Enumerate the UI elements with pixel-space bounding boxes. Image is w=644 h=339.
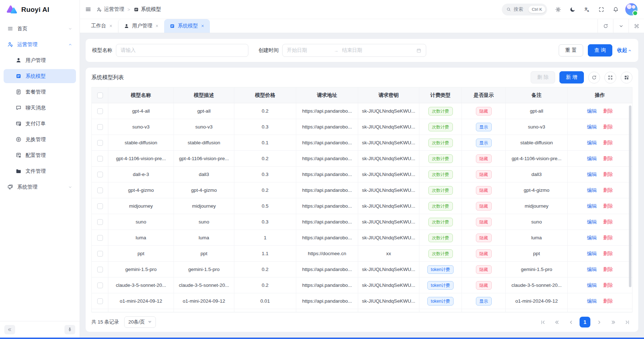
row-checkbox[interactable] bbox=[97, 219, 103, 225]
sidebar-item-operations[interactable]: 运营管理 bbox=[4, 37, 76, 51]
delete-link[interactable]: 删除 bbox=[603, 140, 613, 146]
row-checkbox[interactable] bbox=[97, 267, 103, 272]
first-page-button[interactable] bbox=[537, 317, 548, 327]
edit-link[interactable]: 编辑 bbox=[587, 250, 597, 257]
delete-link[interactable]: 删除 bbox=[603, 219, 613, 225]
forward-5-pages-button[interactable] bbox=[608, 317, 618, 327]
row-checkbox[interactable] bbox=[97, 282, 103, 288]
row-checkbox[interactable] bbox=[97, 172, 103, 177]
delete-link[interactable]: 删除 bbox=[603, 124, 613, 130]
reset-button[interactable]: 重 置 bbox=[559, 44, 583, 56]
delete-link[interactable]: 删除 bbox=[603, 250, 613, 257]
row-checkbox[interactable] bbox=[97, 187, 103, 193]
header-checkbox[interactable] bbox=[97, 92, 103, 98]
row-checkbox[interactable] bbox=[97, 156, 103, 162]
sidebar-collapse-button[interactable] bbox=[4, 325, 15, 334]
edit-link[interactable]: 编辑 bbox=[587, 235, 597, 241]
edit-link[interactable]: 编辑 bbox=[587, 108, 597, 114]
page-number-button[interactable]: 1 bbox=[580, 317, 590, 327]
settings-button[interactable] bbox=[555, 6, 561, 13]
cell-actions: 编辑删除 bbox=[568, 119, 632, 135]
sidebar-item-home[interactable]: 首页 bbox=[4, 22, 76, 36]
refresh-button[interactable] bbox=[588, 72, 600, 83]
model-name-input[interactable]: 请输入 bbox=[116, 44, 248, 57]
create-time-range-input[interactable]: 开始日期 → 结束日期 bbox=[282, 44, 426, 57]
edit-link[interactable]: 编辑 bbox=[587, 155, 597, 162]
sidebar-item-file-management[interactable]: 文件管理 bbox=[4, 164, 76, 178]
row-checkbox[interactable] bbox=[97, 235, 103, 241]
add-button[interactable]: 新 增 bbox=[559, 71, 584, 83]
delete-link[interactable]: 删除 bbox=[603, 235, 613, 241]
row-checkbox[interactable] bbox=[97, 251, 103, 257]
query-button[interactable]: 查 询 bbox=[588, 44, 612, 56]
fullscreen-button[interactable] bbox=[598, 6, 604, 13]
sidebar-item-config-management[interactable]: 配置管理 bbox=[4, 148, 76, 162]
edit-link[interactable]: 编辑 bbox=[587, 171, 597, 178]
delete-link[interactable]: 删除 bbox=[603, 108, 613, 114]
sidebar-item-exchange-management[interactable]: 兑换管理 bbox=[4, 132, 76, 146]
chevron-down-button[interactable] bbox=[613, 19, 629, 33]
breadcrumb-item-system-model[interactable]: 系统模型 bbox=[134, 6, 161, 13]
delete-link[interactable]: 删除 bbox=[603, 187, 613, 194]
edit-link[interactable]: 编辑 bbox=[587, 203, 597, 209]
sidebar-item-package-management[interactable]: 套餐管理 bbox=[4, 85, 76, 99]
config-icon bbox=[15, 152, 22, 158]
tab-label: 工作台 bbox=[91, 23, 106, 29]
delete-button[interactable]: 删 除 bbox=[531, 71, 555, 83]
edit-link[interactable]: 编辑 bbox=[587, 187, 597, 194]
chevron-right-icon bbox=[596, 320, 602, 325]
sidebar-item-system-management[interactable]: 系统管理 bbox=[4, 180, 76, 194]
prev-page-button[interactable] bbox=[566, 317, 576, 327]
sidebar-item-user-management[interactable]: 用户管理 bbox=[4, 53, 76, 67]
delete-link[interactable]: 删除 bbox=[603, 266, 613, 273]
edit-link[interactable]: 编辑 bbox=[587, 282, 597, 289]
edit-link[interactable]: 编辑 bbox=[587, 140, 597, 146]
edit-link[interactable]: 编辑 bbox=[587, 219, 597, 225]
columns-button[interactable] bbox=[621, 72, 632, 83]
last-page-button[interactable] bbox=[622, 317, 632, 327]
row-checkbox[interactable] bbox=[97, 298, 103, 304]
edit-link[interactable]: 编辑 bbox=[587, 298, 597, 304]
collapse-filter-link[interactable]: 收起 bbox=[617, 47, 632, 54]
tab-workbench[interactable]: 工作台 bbox=[86, 19, 118, 33]
row-checkbox[interactable] bbox=[97, 108, 103, 114]
next-page-button[interactable] bbox=[594, 317, 604, 327]
delete-link[interactable]: 删除 bbox=[603, 203, 613, 209]
tab-system-model[interactable]: 系统模型 bbox=[164, 19, 210, 33]
delete-link[interactable]: 删除 bbox=[603, 282, 613, 289]
notifications-button[interactable] bbox=[613, 6, 619, 13]
global-search[interactable]: 搜索 Ctrl K bbox=[502, 4, 547, 15]
tab-user-management[interactable]: 用户管理 bbox=[118, 19, 164, 33]
menu-toggle-button[interactable] bbox=[85, 6, 91, 13]
tab-close-button[interactable] bbox=[155, 24, 159, 28]
visibility-badge: 隐藏 bbox=[476, 186, 492, 195]
page-size-select[interactable]: 20条/页 bbox=[124, 316, 156, 328]
close-icon bbox=[109, 24, 113, 28]
sidebar-item-system-model[interactable]: 系统模型 bbox=[4, 69, 76, 83]
cell-model-name: midjourney bbox=[108, 198, 174, 214]
tab-close-button[interactable] bbox=[201, 24, 204, 28]
sidebar-menu: 首页运营管理用户管理系统模型套餐管理聊天消息支付订单兑换管理配置管理文件管理系统… bbox=[0, 19, 80, 321]
delete-link[interactable]: 删除 bbox=[603, 298, 613, 304]
delete-link[interactable]: 删除 bbox=[603, 155, 613, 162]
dark-mode-button[interactable] bbox=[569, 6, 576, 13]
expand-button[interactable] bbox=[604, 72, 616, 83]
maximize-button[interactable] bbox=[629, 19, 644, 33]
row-checkbox[interactable] bbox=[97, 140, 103, 146]
refresh-button[interactable] bbox=[598, 19, 613, 33]
translate-button[interactable] bbox=[584, 6, 590, 13]
tab-close-button[interactable] bbox=[109, 24, 113, 28]
row-checkbox[interactable] bbox=[97, 203, 103, 209]
table-scrollbar[interactable] bbox=[629, 105, 631, 287]
edit-link[interactable]: 编辑 bbox=[587, 124, 597, 130]
back-5-pages-button[interactable] bbox=[551, 317, 562, 327]
row-checkbox[interactable] bbox=[97, 124, 103, 130]
sidebar-item-payment-orders[interactable]: 支付订单 bbox=[4, 117, 76, 131]
breadcrumb-item-operations[interactable]: 运营管理 bbox=[96, 6, 124, 13]
user-avatar[interactable] bbox=[625, 3, 638, 15]
sidebar-pin-button[interactable] bbox=[64, 325, 75, 334]
edit-link[interactable]: 编辑 bbox=[587, 266, 597, 273]
delete-link[interactable]: 删除 bbox=[603, 171, 613, 178]
sidebar-item-chat-messages[interactable]: 聊天消息 bbox=[4, 101, 76, 115]
cell-model-price: 0.2 bbox=[234, 103, 296, 119]
